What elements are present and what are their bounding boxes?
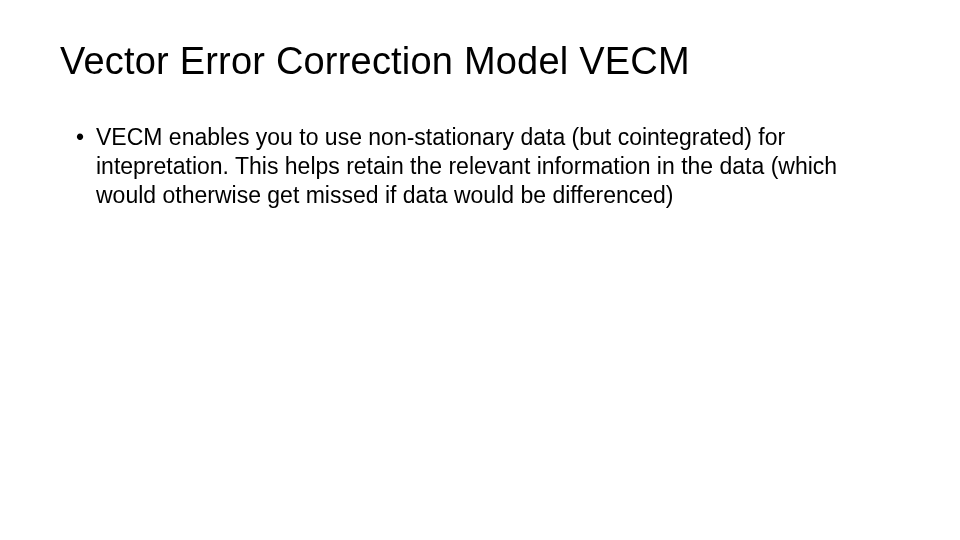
slide-title: Vector Error Correction Model VECM	[60, 40, 900, 83]
bullet-list: VECM enables you to use non-stationary d…	[60, 123, 900, 209]
bullet-item: VECM enables you to use non-stationary d…	[76, 123, 900, 209]
